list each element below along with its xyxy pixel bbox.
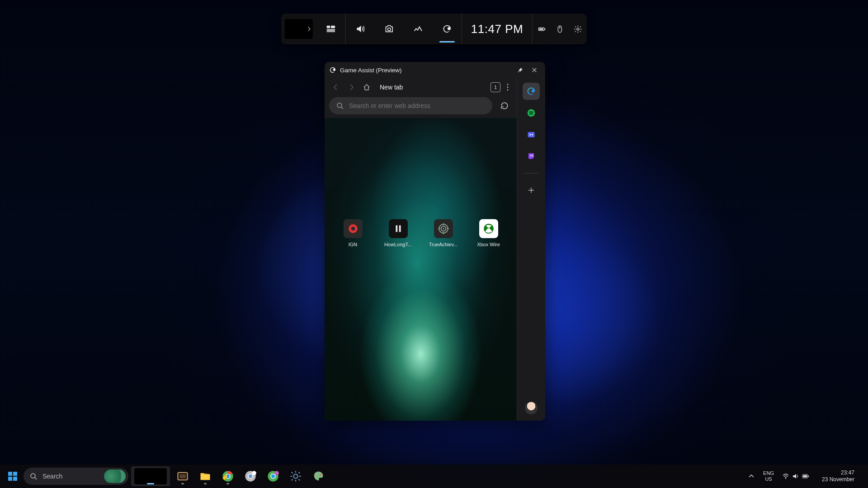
taskbar-app-chrome-beta[interactable]: [241, 466, 260, 486]
gamebar-capture-button[interactable]: [375, 14, 404, 44]
svg-rect-17: [399, 225, 401, 232]
svg-rect-29: [13, 472, 17, 476]
chevron-right-icon: [348, 84, 355, 91]
svg-point-48: [317, 473, 319, 474]
taskbar-search[interactable]: Search: [24, 468, 128, 485]
current-tab-name: New tab: [380, 84, 489, 91]
address-bar-input[interactable]: [349, 102, 485, 109]
svg-point-9: [577, 28, 579, 30]
widgets-icon: [326, 24, 336, 34]
xbox-game-bar: 11:47 PM: [281, 14, 587, 44]
chevron-left-icon: [332, 84, 340, 91]
shortcut-howlongtobeat[interactable]: HowLongT...: [382, 219, 415, 247]
gamebar-audio-button[interactable]: [346, 14, 375, 44]
svg-point-49: [320, 474, 321, 475]
windows-icon: [7, 471, 18, 482]
gamebar-game-assist-button[interactable]: [433, 14, 462, 44]
xbox-icon: [479, 219, 498, 238]
address-bar[interactable]: [329, 97, 492, 114]
trueachievements-icon: [434, 219, 453, 238]
taskbar-search-placeholder: Search: [42, 473, 62, 480]
taskbar-app-paint[interactable]: [308, 466, 328, 486]
browser-content[interactable]: IGN HowLongT... TrueAchiev...: [325, 118, 517, 421]
svg-rect-28: [8, 472, 12, 476]
close-icon: [531, 67, 538, 73]
svg-rect-31: [13, 477, 17, 481]
game-assist-titlebar[interactable]: Game Assist (Preview): [325, 62, 545, 78]
taskbar-app-chrome-canary[interactable]: [263, 466, 283, 486]
shortcut-ign[interactable]: IGN: [337, 219, 369, 247]
svg-point-45: [275, 471, 279, 475]
svg-point-46: [293, 474, 297, 478]
svg-rect-1: [331, 26, 335, 28]
start-button[interactable]: [5, 468, 21, 484]
svg-point-47: [316, 474, 317, 475]
tray-time: 23:47: [841, 469, 854, 476]
sidebar-app-edge[interactable]: [523, 83, 540, 100]
taskbar-app-taskview[interactable]: [173, 466, 193, 486]
svg-point-20: [443, 228, 444, 229]
taskbar-app-active[interactable]: [131, 466, 170, 486]
close-button[interactable]: [527, 64, 542, 76]
tab-count-button[interactable]: 1: [491, 82, 500, 92]
edge-icon: [329, 66, 336, 74]
svg-point-15: [351, 227, 355, 231]
pin-button[interactable]: [513, 64, 527, 76]
game-assist-title: Game Assist (Preview): [340, 67, 402, 74]
svg-rect-26: [531, 155, 532, 156]
svg-rect-23: [528, 132, 535, 137]
tray-language[interactable]: ENG US: [760, 467, 778, 485]
plus-icon: [528, 187, 535, 194]
svg-rect-27: [532, 155, 533, 156]
performance-icon: [413, 24, 423, 34]
gamebar-settings-button[interactable]: [569, 14, 587, 44]
gamebar-widgets-button[interactable]: [316, 14, 345, 44]
home-icon: [363, 84, 370, 91]
nav-back-button[interactable]: [329, 80, 343, 94]
ign-icon: [344, 219, 363, 238]
shortcut-xbox-wire[interactable]: Xbox Wire: [472, 219, 505, 247]
kebab-icon: [507, 84, 509, 91]
gamebar-performance-button[interactable]: [404, 14, 433, 44]
sidebar-add-button[interactable]: [523, 182, 540, 199]
edge-icon: [526, 86, 536, 96]
tab-menu-button[interactable]: [503, 80, 512, 94]
svg-point-32: [31, 474, 35, 478]
volume-icon: [355, 24, 365, 34]
svg-rect-0: [327, 26, 330, 28]
search-icon: [336, 102, 344, 109]
taskbar-app-explorer[interactable]: [195, 466, 215, 486]
gamebar-battery-button[interactable]: [533, 14, 551, 44]
gamebar-clock: 11:47 PM: [462, 22, 532, 36]
sidebar-app-spotify[interactable]: [523, 104, 540, 122]
palette-icon: [312, 470, 325, 483]
sidebar-app-discord[interactable]: [523, 126, 540, 143]
taskbar-app-settings[interactable]: [286, 466, 306, 486]
taskbar-app-chrome[interactable]: [218, 466, 238, 486]
shortcut-trueachievements[interactable]: TrueAchiev...: [427, 219, 460, 247]
folder-icon: [199, 470, 212, 483]
nav-home-button[interactable]: [360, 80, 373, 94]
refresh-icon: [500, 102, 509, 110]
svg-point-10: [507, 84, 509, 85]
battery-icon: [802, 473, 809, 480]
game-assist-browser-pane: New tab 1: [325, 78, 517, 421]
shortcut-label: TrueAchiev...: [429, 242, 458, 247]
tray-clock[interactable]: 23:47 23 November: [814, 467, 863, 485]
svg-rect-53: [808, 475, 809, 477]
gamebar-mouse-button[interactable]: [551, 14, 569, 44]
svg-rect-34: [179, 474, 186, 478]
gamebar-profile[interactable]: [285, 19, 313, 39]
tray-network-sound-battery[interactable]: [778, 467, 813, 485]
game-assist-sidebar: [517, 78, 545, 421]
tray-overflow-button[interactable]: [744, 467, 759, 485]
refresh-button[interactable]: [497, 98, 512, 113]
hltb-icon: [389, 219, 408, 238]
windows-taskbar: Search E: [0, 465, 868, 488]
search-highlight-icon: [104, 469, 126, 483]
svg-rect-2: [327, 29, 335, 32]
nav-forward-button[interactable]: [344, 80, 358, 94]
sidebar-app-twitch[interactable]: [523, 148, 540, 165]
profile-avatar[interactable]: [525, 402, 538, 414]
svg-point-24: [529, 134, 531, 136]
